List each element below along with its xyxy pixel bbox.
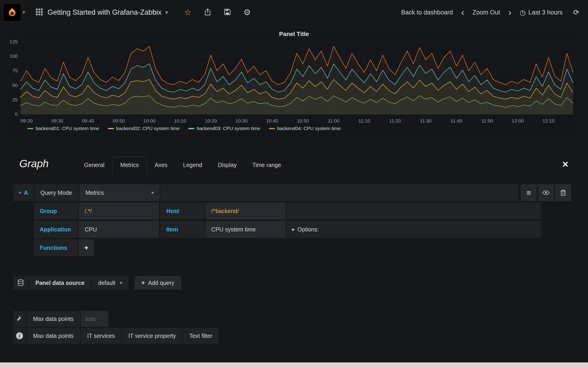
grafana-flame-icon [7,7,18,18]
datasource-row: Panel data source default ▾ + Add query [13,276,588,290]
svg-text:09:20: 09:20 [20,118,33,123]
tab-display[interactable]: Display [210,157,244,173]
query-row-filler [160,184,519,201]
svg-text:09:40: 09:40 [82,118,94,123]
options-toggle[interactable]: ▸ Options: [286,221,541,238]
add-row-strip[interactable] [0,362,588,367]
add-function-button[interactable]: + [79,239,94,256]
star-icon[interactable]: ☆ [184,8,191,17]
svg-text:0: 0 [15,111,18,117]
tab-max-data-points[interactable]: Max data points [27,328,80,344]
grafana-edit-screen: ▾ Getting Started with Grafana-Zabbix ▾ … [0,0,588,367]
time-range-picker[interactable]: ◷ Last 3 hours [519,8,562,17]
info-icon: i [16,332,23,339]
legend-item[interactable]: backend03: CPU system time [188,126,260,131]
svg-text:11:10: 11:10 [359,118,370,123]
query-toggle-visibility-button[interactable] [538,184,554,201]
group-value-input[interactable]: /.*/ [79,202,159,219]
legend-series-dash-icon [269,128,275,129]
legend-series-dash-icon [188,128,194,129]
grafana-logo[interactable] [4,4,21,21]
panel-type-label: Graph [9,157,49,173]
tab-it-service-property[interactable]: IT service property [122,328,182,344]
wrench-icon [17,316,23,322]
query-row-filler [286,202,541,219]
options-tabs-row: i Max data points IT services IT service… [13,328,588,344]
collapse-caret-icon: ▾ [19,190,21,195]
add-query-button[interactable]: + Add query [134,276,181,290]
datasource-icon-cell [13,276,28,290]
svg-text:11:00: 11:00 [328,118,339,123]
query-row-group-host: Group /.*/ Host /^backend/ [34,202,542,219]
graph-panel: Panel Title 09:2009:3009:4009:5010:0010:… [6,27,582,142]
share-icon[interactable] [204,8,211,17]
svg-text:125: 125 [10,39,18,44]
query-row-application-item: Application CPU Item CPU system time ▸ O… [34,221,542,238]
cpu-graph-svg[interactable]: 09:2009:3009:4009:5010:0010:1010:2010:30… [6,39,582,124]
tab-axes[interactable]: Axes [147,157,175,173]
query-delete-button[interactable] [555,184,571,201]
logo-caret-icon[interactable]: ▾ [23,9,25,15]
legend-item[interactable]: backend01: CPU system time [27,126,99,131]
legend-series-label: backend02: CPU system time [116,126,180,131]
tab-general[interactable]: General [76,157,112,173]
graph-legend: backend01: CPU system timebackend02: CPU… [6,124,582,131]
zoom-out-button[interactable]: Zoom Out [473,9,500,16]
query-editor: ▾ A Query Mode Metrics ▾ ≡ [0,174,588,256]
tab-legend[interactable]: Legend [175,157,210,173]
dropdown-caret-icon: ▾ [120,280,122,286]
svg-text:10:50: 10:50 [297,118,309,123]
dashboard-title-caret-icon[interactable]: ▾ [165,9,168,16]
legend-series-label: backend01: CPU system time [36,126,99,131]
query-menu-button[interactable]: ≡ [521,184,537,201]
legend-item[interactable]: backend02: CPU system time [108,126,180,131]
panel-title[interactable]: Panel Title [6,27,582,38]
application-value-input[interactable]: CPU [79,221,159,238]
back-to-dashboard-button[interactable]: Back to dashboard [401,9,453,16]
top-navbar: ▾ Getting Started with Grafana-Zabbix ▾ … [0,0,588,25]
settings-gear-icon[interactable]: ⚙ [243,8,251,17]
query-mode-dropdown[interactable]: Metrics ▾ [79,184,160,201]
svg-text:50: 50 [12,83,18,88]
navbar-right-controls: Back to dashboard ‹ Zoom Out › ◷ Last 3 … [401,8,588,17]
host-value-input[interactable]: /^backend/ [205,202,285,219]
datasource-select[interactable]: default ▾ [92,276,129,290]
max-data-points-input[interactable] [81,311,108,327]
clock-icon: ◷ [519,8,526,17]
svg-text:12:10: 12:10 [543,118,555,123]
query-mode-label: Query Mode [35,184,79,201]
svg-text:09:30: 09:30 [51,118,63,123]
navbar-divider [29,0,30,25]
item-value-input[interactable]: CPU system time [205,221,285,238]
svg-text:10:10: 10:10 [174,118,186,123]
time-range-label: Last 3 hours [528,9,563,16]
options-caret-icon: ▸ [292,226,295,232]
functions-label: Functions [34,239,78,256]
svg-text:10:00: 10:00 [143,118,156,123]
svg-text:10:20: 10:20 [205,118,217,123]
time-shift-left-icon[interactable]: ‹ [460,8,465,17]
svg-text:10:30: 10:30 [235,118,248,123]
tab-metrics[interactable]: Metrics [112,156,147,174]
save-icon[interactable] [224,8,231,17]
tab-text-filter[interactable]: Text filter [183,328,219,344]
tab-time-range[interactable]: Time range [244,157,289,173]
query-mode-value: Metrics [86,190,104,196]
time-shift-right-icon[interactable]: › [507,8,512,17]
legend-item[interactable]: backend04: CPU system time [269,126,341,131]
host-label: Host [160,202,205,219]
svg-text:75: 75 [12,68,18,73]
refresh-icon[interactable]: ⟳ [573,8,579,17]
query-options-section: Max data points i Max data points IT ser… [13,311,588,344]
close-editor-icon[interactable]: × [562,159,579,173]
query-row-functions: Functions + [34,239,588,256]
panel-datasource-label: Panel data source [29,276,91,290]
tab-it-services[interactable]: IT services [81,328,121,344]
dashboard-title[interactable]: Getting Started with Grafana-Zabbix [48,8,162,17]
query-collapse-toggle[interactable]: ▾ A [13,184,34,201]
wrench-icon-cell [13,311,26,327]
dashboard-grid-icon[interactable] [36,8,43,17]
group-label: Group [34,202,78,219]
plus-icon: + [141,279,145,286]
dropdown-caret-icon: ▾ [151,190,154,195]
